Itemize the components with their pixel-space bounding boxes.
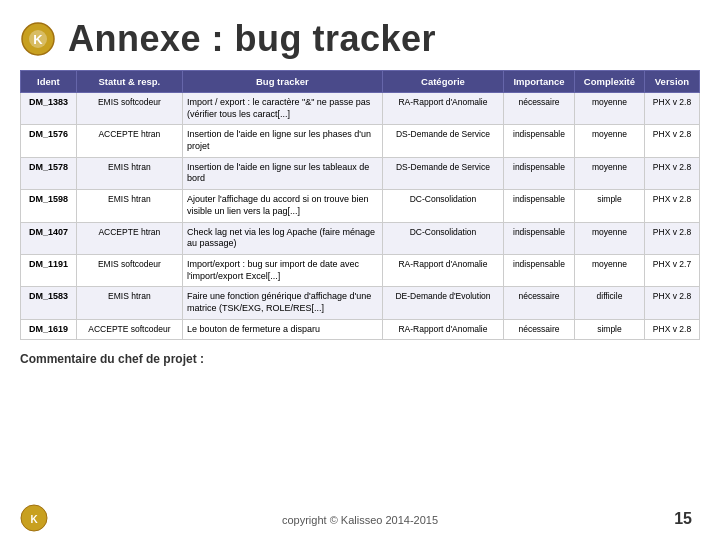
table-row: DM_1383EMIS softcodeurImport / export : … xyxy=(21,93,700,125)
svg-text:K: K xyxy=(33,32,43,47)
page-title: Annexe : bug tracker xyxy=(68,18,436,60)
footer-comment: Commentaire du chef de projet : xyxy=(0,340,720,370)
bug-tracker-table: Ident Statut & resp. Bug tracker Catégor… xyxy=(20,70,700,340)
footer-kalisseo-icon: K xyxy=(20,504,48,532)
table-row: DM_1191EMIS softcodeurImport/export : bu… xyxy=(21,254,700,286)
table-row: DM_1407ACCEPTE htranCheck lag net via le… xyxy=(21,222,700,254)
col-complexite: Complexité xyxy=(574,71,644,93)
col-statut: Statut & resp. xyxy=(76,71,182,93)
table-row: DM_1619ACCEPTE softcodeurLe bouton de fe… xyxy=(21,319,700,340)
table-header-row: Ident Statut & resp. Bug tracker Catégor… xyxy=(21,71,700,93)
col-version: Version xyxy=(644,71,699,93)
col-categorie: Catégorie xyxy=(382,71,503,93)
svg-text:K: K xyxy=(30,514,38,525)
table-row: DM_1583EMIS htranFaire une fonction géné… xyxy=(21,287,700,319)
footer-copyright: copyright © Kalisseo 2014-2015 xyxy=(282,514,438,526)
bug-tracker-table-container: Ident Statut & resp. Bug tracker Catégor… xyxy=(0,70,720,340)
table-row: DM_1598EMIS htranAjouter l'affichage du … xyxy=(21,190,700,222)
page-number: 15 xyxy=(674,510,692,528)
kalisseo-logo-icon: K xyxy=(20,21,56,57)
col-ident: Ident xyxy=(21,71,77,93)
table-row: DM_1576ACCEPTE htranInsertion de l'aide … xyxy=(21,125,700,157)
col-bug: Bug tracker xyxy=(182,71,382,93)
table-body: DM_1383EMIS softcodeurImport / export : … xyxy=(21,93,700,340)
footer-logo: K xyxy=(20,504,48,532)
col-importance: Importance xyxy=(504,71,575,93)
table-row: DM_1578EMIS htranInsertion de l'aide en … xyxy=(21,157,700,189)
page-header: K Annexe : bug tracker xyxy=(0,0,720,70)
